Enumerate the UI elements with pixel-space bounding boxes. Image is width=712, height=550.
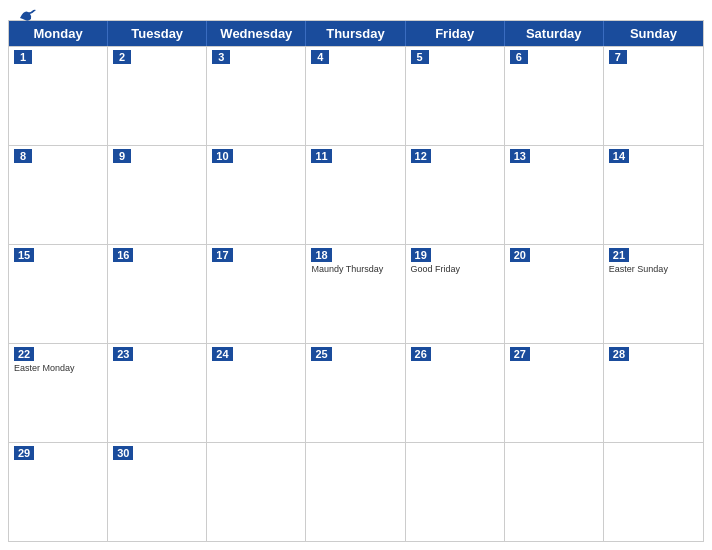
day-number: 4 <box>311 50 329 64</box>
day-cell: 25 <box>306 344 405 442</box>
day-number: 12 <box>411 149 431 163</box>
day-cell: 22Easter Monday <box>9 344 108 442</box>
day-cell: 7 <box>604 47 703 145</box>
day-header-wednesday: Wednesday <box>207 21 306 46</box>
week-row-2: 891011121314 <box>9 145 703 244</box>
day-header-sunday: Sunday <box>604 21 703 46</box>
day-cell: 14 <box>604 146 703 244</box>
day-cell: 29 <box>9 443 108 541</box>
day-number: 27 <box>510 347 530 361</box>
day-number: 13 <box>510 149 530 163</box>
day-number: 3 <box>212 50 230 64</box>
day-number: 22 <box>14 347 34 361</box>
day-number: 5 <box>411 50 429 64</box>
day-number: 14 <box>609 149 629 163</box>
day-cell: 30 <box>108 443 207 541</box>
day-number: 28 <box>609 347 629 361</box>
day-headers-row: MondayTuesdayWednesdayThursdayFridaySatu… <box>9 21 703 46</box>
day-header-saturday: Saturday <box>505 21 604 46</box>
day-cell <box>505 443 604 541</box>
day-number: 23 <box>113 347 133 361</box>
day-cell <box>604 443 703 541</box>
day-cell: 17 <box>207 245 306 343</box>
day-header-monday: Monday <box>9 21 108 46</box>
day-cell: 28 <box>604 344 703 442</box>
day-header-thursday: Thursday <box>306 21 405 46</box>
day-header-tuesday: Tuesday <box>108 21 207 46</box>
day-number: 11 <box>311 149 331 163</box>
holiday-label: Good Friday <box>411 264 499 275</box>
day-number: 7 <box>609 50 627 64</box>
day-number: 16 <box>113 248 133 262</box>
day-cell: 24 <box>207 344 306 442</box>
day-number: 18 <box>311 248 331 262</box>
day-cell: 5 <box>406 47 505 145</box>
holiday-label: Maundy Thursday <box>311 264 399 275</box>
day-cell: 4 <box>306 47 405 145</box>
day-cell: 1 <box>9 47 108 145</box>
week-row-3: 15161718Maundy Thursday19Good Friday2021… <box>9 244 703 343</box>
week-row-1: 1234567 <box>9 46 703 145</box>
day-number: 26 <box>411 347 431 361</box>
day-cell: 21Easter Sunday <box>604 245 703 343</box>
day-cell: 27 <box>505 344 604 442</box>
day-cell: 19Good Friday <box>406 245 505 343</box>
calendar-grid: MondayTuesdayWednesdayThursdayFridaySatu… <box>8 20 704 542</box>
weeks-container: 123456789101112131415161718Maundy Thursd… <box>9 46 703 541</box>
day-number: 19 <box>411 248 431 262</box>
day-cell: 18Maundy Thursday <box>306 245 405 343</box>
day-number: 15 <box>14 248 34 262</box>
day-cell: 2 <box>108 47 207 145</box>
day-number: 20 <box>510 248 530 262</box>
day-cell <box>306 443 405 541</box>
day-number: 9 <box>113 149 131 163</box>
day-number: 24 <box>212 347 232 361</box>
logo <box>16 8 36 22</box>
day-cell: 16 <box>108 245 207 343</box>
day-number: 10 <box>212 149 232 163</box>
day-number: 8 <box>14 149 32 163</box>
holiday-label: Easter Monday <box>14 363 102 374</box>
holiday-label: Easter Sunday <box>609 264 698 275</box>
day-cell: 20 <box>505 245 604 343</box>
logo-bird-icon <box>18 8 36 22</box>
day-cell: 12 <box>406 146 505 244</box>
day-cell: 9 <box>108 146 207 244</box>
day-number: 1 <box>14 50 32 64</box>
calendar-header <box>0 0 712 16</box>
day-cell: 3 <box>207 47 306 145</box>
logo-blue-text <box>16 8 36 22</box>
day-number: 6 <box>510 50 528 64</box>
day-cell <box>207 443 306 541</box>
day-cell: 23 <box>108 344 207 442</box>
day-cell: 13 <box>505 146 604 244</box>
day-header-friday: Friday <box>406 21 505 46</box>
day-cell <box>406 443 505 541</box>
day-cell: 26 <box>406 344 505 442</box>
day-number: 25 <box>311 347 331 361</box>
day-cell: 11 <box>306 146 405 244</box>
calendar-page: MondayTuesdayWednesdayThursdayFridaySatu… <box>0 0 712 550</box>
week-row-5: 2930 <box>9 442 703 541</box>
day-number: 2 <box>113 50 131 64</box>
day-cell: 6 <box>505 47 604 145</box>
day-cell: 8 <box>9 146 108 244</box>
day-cell: 10 <box>207 146 306 244</box>
day-number: 29 <box>14 446 34 460</box>
week-row-4: 22Easter Monday232425262728 <box>9 343 703 442</box>
day-number: 30 <box>113 446 133 460</box>
day-number: 21 <box>609 248 629 262</box>
day-cell: 15 <box>9 245 108 343</box>
day-number: 17 <box>212 248 232 262</box>
